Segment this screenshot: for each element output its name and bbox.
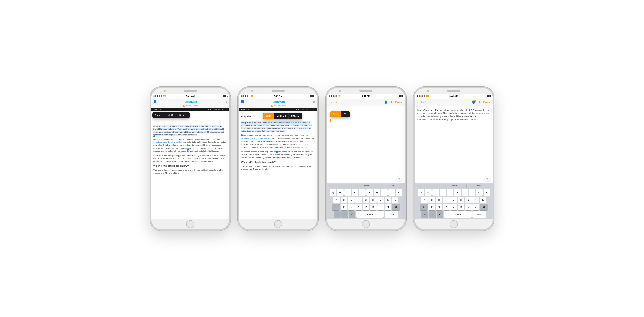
notes-back-4[interactable]: ‹ iCloud	[417, 101, 426, 104]
key-mic-3[interactable]: 🎤	[349, 211, 355, 218]
key-i-4[interactable]: I	[469, 189, 475, 196]
suggestion-yeah-3[interactable]: Yeah	[379, 184, 404, 188]
key-l-4[interactable]: L	[480, 197, 486, 203]
key-h-4[interactable]: H	[458, 197, 464, 203]
key-o-4[interactable]: O	[476, 189, 483, 196]
key-d-4[interactable]: D	[436, 197, 442, 203]
key-q-4[interactable]: Q	[418, 189, 424, 196]
key-u-4[interactable]: U	[462, 189, 468, 196]
key-e-3[interactable]: E	[344, 189, 351, 196]
done-button-4[interactable]: Done	[483, 101, 490, 104]
suggestion-yeah-4[interactable]: Yeah	[467, 184, 492, 188]
key-v-4[interactable]: V	[450, 204, 457, 210]
suggestion-i-4[interactable]: I	[415, 184, 441, 188]
key-c-3[interactable]: C	[355, 204, 362, 210]
key-z-4[interactable]: Z	[428, 204, 435, 210]
key-p-4[interactable]: P	[484, 189, 490, 196]
iphone-1: 📶 9:41 AM ☰ 9to5Mac ⌕ 🔒 9to5mac.com	[150, 87, 231, 231]
key-r-4[interactable]: R	[440, 189, 446, 196]
key-s-3[interactable]: S	[341, 197, 347, 203]
key-mic-4[interactable]: 🎤	[437, 211, 443, 218]
key-m-3[interactable]: M	[385, 204, 391, 210]
key-c-4[interactable]: C	[443, 204, 450, 210]
key-w-3[interactable]: W	[337, 189, 344, 196]
key-123-4[interactable]: 123	[421, 211, 428, 218]
key-x-4[interactable]: X	[436, 204, 442, 210]
suggestion-thanks-4[interactable]: Thanks	[441, 184, 467, 188]
key-l-3[interactable]: L	[392, 197, 398, 203]
key-v-3[interactable]: V	[363, 204, 369, 210]
key-d-3[interactable]: D	[348, 197, 355, 203]
key-r-3[interactable]: R	[352, 189, 358, 196]
key-y-3[interactable]: Y	[366, 189, 373, 196]
share-button-2[interactable]: Share...	[289, 113, 302, 119]
search-icon-2[interactable]: ⌕	[313, 100, 315, 103]
key-b-4[interactable]: B	[458, 204, 464, 210]
key-u-3[interactable]: U	[374, 189, 380, 196]
key-f-4[interactable]: F	[443, 197, 450, 203]
key-q-3[interactable]: Q	[330, 189, 336, 196]
key-123-3[interactable]: 123	[334, 211, 341, 218]
bu-button-3[interactable]: B/U	[341, 111, 350, 118]
paste-button-3[interactable]: Paste	[330, 111, 341, 118]
hamburger-icon-1[interactable]: ☰	[153, 100, 156, 103]
key-emoji-3[interactable]: ☺	[341, 211, 348, 218]
home-button-1[interactable]	[186, 220, 194, 228]
key-x-3[interactable]: X	[348, 204, 355, 210]
key-w-4[interactable]: W	[425, 189, 432, 196]
key-delete-3[interactable]: ⌫	[392, 204, 400, 210]
key-s-4[interactable]: S	[428, 197, 435, 203]
notes-content-3[interactable]: Paste B/U	[327, 106, 405, 183]
iphone-1-top-bar	[151, 88, 229, 94]
key-i-3[interactable]: I	[381, 189, 388, 196]
home-button-4[interactable]	[450, 220, 458, 228]
key-p-3[interactable]: P	[396, 189, 402, 196]
key-space-3[interactable]: space	[356, 211, 384, 218]
key-y-4[interactable]: Y	[454, 189, 461, 196]
key-shift-3[interactable]: ⇧	[332, 204, 340, 210]
suggestion-i-3[interactable]: I	[328, 184, 353, 188]
key-a-3[interactable]: A	[333, 197, 340, 203]
key-return-4[interactable]: return	[472, 211, 486, 218]
key-return-3[interactable]: return	[385, 211, 398, 218]
key-t-3[interactable]: T	[359, 189, 366, 196]
key-t-4[interactable]: T	[447, 189, 453, 196]
lookup-button-1[interactable]: Look Up	[163, 112, 177, 118]
key-b-3[interactable]: B	[370, 204, 377, 210]
notes-back-3[interactable]: ‹ iCloud	[330, 101, 338, 104]
copy-button-2[interactable]: Copy	[263, 113, 274, 119]
key-emoji-4[interactable]: ☺	[429, 211, 436, 218]
suggestion-thanks-3[interactable]: Thanks	[353, 184, 379, 188]
home-button-2[interactable]	[274, 220, 282, 228]
key-g-4[interactable]: G	[450, 197, 457, 203]
copy-button-1[interactable]: Copy	[152, 112, 163, 118]
lookup-button-2[interactable]: Look Up	[274, 113, 289, 119]
add-button-4[interactable]: +	[485, 176, 490, 181]
key-h-3[interactable]: H	[370, 197, 377, 203]
done-button-3[interactable]: Done	[395, 101, 402, 104]
key-z-3[interactable]: Z	[341, 204, 347, 210]
key-n-4[interactable]: N	[465, 204, 472, 210]
key-e-4[interactable]: E	[432, 189, 439, 196]
search-icon-1[interactable]: ⌕	[225, 100, 227, 103]
add-button-3[interactable]: +	[397, 176, 402, 181]
key-delete-4[interactable]: ⌫	[480, 204, 488, 210]
key-f-3[interactable]: F	[355, 197, 362, 203]
key-j-4[interactable]: J	[465, 197, 472, 203]
key-k-4[interactable]: K	[472, 197, 479, 203]
hamburger-icon-2[interactable]: ☰	[241, 100, 244, 103]
key-o-3[interactable]: O	[388, 189, 395, 196]
home-button-3[interactable]	[362, 220, 370, 228]
share-button-1[interactable]: Share...	[177, 112, 190, 118]
key-n-3[interactable]: N	[377, 204, 384, 210]
key-m-4[interactable]: M	[472, 204, 479, 210]
article-link-1[interactable]: contained security vulnerabilities	[153, 141, 182, 143]
article-link-2[interactable]: contained security vulnerabilities	[241, 137, 270, 140]
key-shift-4[interactable]: ⇧	[420, 204, 428, 210]
key-k-3[interactable]: K	[385, 197, 391, 203]
key-g-3[interactable]: G	[363, 197, 369, 203]
key-a-4[interactable]: A	[421, 197, 428, 203]
key-space-4[interactable]: space	[444, 211, 472, 218]
notes-content-4[interactable]: Many iPhone and iPad users have come to …	[415, 106, 493, 183]
key-j-3[interactable]: J	[377, 197, 384, 203]
